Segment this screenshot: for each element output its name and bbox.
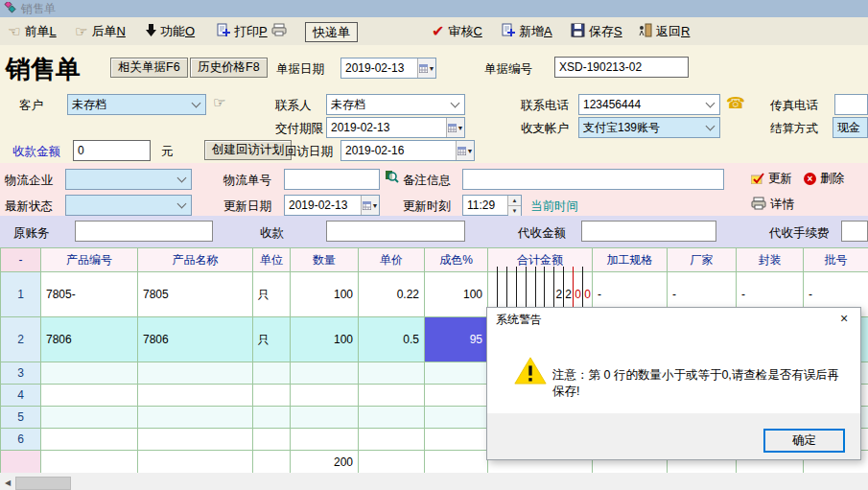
cell-unit[interactable] [253, 385, 291, 407]
phone-value: 123456444 [583, 98, 703, 111]
tracking-no-input[interactable] [284, 169, 380, 190]
express-order-button[interactable]: 快递单 [305, 22, 358, 42]
receipt-amount-input[interactable]: 0 [73, 140, 151, 161]
calendar-dropdown-button[interactable]: ▼ [456, 141, 474, 160]
cell-qty[interactable] [291, 362, 359, 385]
cell-price[interactable] [359, 407, 425, 429]
cell-name[interactable] [138, 385, 253, 407]
selected-cell-purity[interactable]: 95 [425, 317, 488, 362]
cell-name[interactable]: 7806 [138, 317, 253, 362]
cell-price[interactable] [359, 385, 425, 407]
detail-button[interactable]: 详情 [751, 197, 794, 213]
note-input[interactable] [462, 169, 724, 190]
calendar-dropdown-button[interactable]: ▼ [417, 58, 435, 78]
row-number-cell[interactable]: 2 [1, 317, 41, 362]
cell-unit[interactable] [253, 429, 291, 451]
next-order-button[interactable]: ☞ 后单N [75, 17, 126, 45]
history-price-button[interactable]: 历史价格F8 [190, 58, 268, 78]
update-date-picker[interactable]: 2019-02-13 ▼ [284, 195, 380, 216]
row-number-cell[interactable]: 3 [1, 362, 41, 385]
cell-name[interactable] [138, 429, 253, 451]
cell-name[interactable] [138, 362, 253, 385]
calendar-dropdown-button[interactable]: ▼ [446, 118, 464, 137]
row-number-cell[interactable]: 6 [1, 429, 41, 451]
latest-status-select[interactable] [65, 195, 192, 216]
update-label: 更新 [768, 171, 792, 187]
next-order-hotkey: N [116, 24, 125, 38]
update-button[interactable]: 更新 [751, 171, 792, 187]
print-button[interactable]: 打印P [216, 17, 287, 45]
add-new-button[interactable]: 新增A [501, 17, 552, 45]
cell-code[interactable] [41, 407, 138, 429]
logistics-company-select[interactable] [65, 169, 192, 190]
order-date-picker[interactable]: 2019-02-13 ▼ [340, 58, 436, 79]
cell-purity[interactable] [425, 407, 488, 429]
scrollbar-thumb[interactable] [15, 477, 71, 490]
functions-button[interactable]: 功能O [146, 17, 195, 45]
current-time-link[interactable]: 当前时间 [530, 198, 578, 215]
cell-price[interactable]: 0.5 [359, 317, 425, 362]
audit-button[interactable]: ✔ 审核C [432, 17, 482, 45]
cell-purity[interactable]: 100 [425, 272, 488, 317]
fax-input[interactable] [834, 94, 868, 115]
row-number-cell[interactable]: 4 [1, 385, 41, 407]
cell-qty[interactable] [291, 385, 359, 407]
spin-up-icon[interactable]: ▲ [508, 196, 521, 206]
cell-price[interactable]: 0.22 [359, 272, 425, 317]
cell-unit[interactable]: 只 [253, 272, 291, 317]
time-spinner-buttons[interactable]: ▲▼ [507, 196, 521, 215]
cell-purity[interactable] [425, 429, 488, 451]
ok-button[interactable]: 确定 [763, 429, 845, 453]
cell-code[interactable] [41, 429, 138, 451]
cell-purity[interactable] [425, 362, 488, 385]
receive-input[interactable] [326, 221, 465, 242]
contact-select[interactable]: 未存档 [326, 94, 465, 115]
related-docs-button[interactable]: 相关单据F6 [110, 58, 188, 78]
row-number-cell[interactable]: 5 [1, 407, 41, 429]
old-account-input[interactable] [75, 221, 213, 242]
cell-code[interactable] [41, 385, 138, 407]
search-icon[interactable] [385, 170, 399, 187]
save-button[interactable]: 保存S [571, 17, 622, 45]
scroll-left-arrow[interactable]: ◀ [0, 477, 15, 490]
dialog-close-icon[interactable]: × [835, 311, 853, 327]
calendar-dropdown-button[interactable]: ▼ [361, 196, 379, 215]
cell-qty[interactable]: 100 [291, 272, 359, 317]
cell-qty[interactable]: 100 [291, 317, 359, 362]
cell-qty[interactable] [291, 407, 359, 429]
account-select[interactable]: 支付宝139账号 [578, 117, 720, 138]
row-number-cell[interactable]: 1 [1, 272, 41, 317]
visit-date-picker[interactable]: 2019-02-16 ▼ [340, 140, 475, 161]
chevron-down-icon [451, 99, 460, 108]
receipt-amount-value: 0 [78, 144, 150, 157]
phone-select[interactable]: 123456444 [578, 94, 720, 115]
customer-select[interactable]: 未存档 [67, 94, 206, 115]
printer-icon[interactable] [271, 23, 287, 39]
cell-unit[interactable] [253, 362, 291, 385]
spin-down-icon[interactable]: ▼ [508, 206, 521, 216]
cell-unit[interactable] [253, 407, 291, 429]
back-button[interactable]: 返回R [638, 17, 690, 45]
delete-button[interactable]: × 删除 [804, 171, 844, 187]
phone-icon[interactable]: ☎ [726, 94, 745, 112]
cell-code[interactable]: 7806 [41, 317, 138, 362]
prev-order-button[interactable]: ☜ 前单L [8, 17, 57, 45]
cell-qty[interactable] [291, 429, 359, 451]
deliver-date-picker[interactable]: 2019-02-13 ▼ [326, 117, 465, 138]
cell-code[interactable] [41, 362, 138, 385]
cell-purity[interactable] [425, 385, 488, 407]
cell-price[interactable] [359, 429, 425, 451]
create-visit-plan-button[interactable]: 创建回访计划 [204, 140, 292, 160]
cell-code[interactable]: 7805- [41, 272, 138, 317]
cell-price[interactable] [359, 362, 425, 385]
agency-fee-input[interactable] [841, 221, 868, 242]
horizontal-scrollbar[interactable]: ◀ [0, 473, 868, 490]
cell-unit[interactable]: 只 [253, 317, 291, 362]
pick-customer-hand-icon[interactable]: ☞ [213, 94, 225, 111]
order-no-input[interactable]: XSD-190213-02 [554, 57, 689, 78]
agency-amount-input[interactable] [581, 221, 716, 242]
update-time-spinner[interactable]: 11:29 ▲▼ [462, 195, 522, 216]
cell-name[interactable]: 7805 [138, 272, 253, 317]
settle-method-input[interactable]: 现金 [833, 117, 868, 138]
cell-name[interactable] [138, 407, 253, 429]
